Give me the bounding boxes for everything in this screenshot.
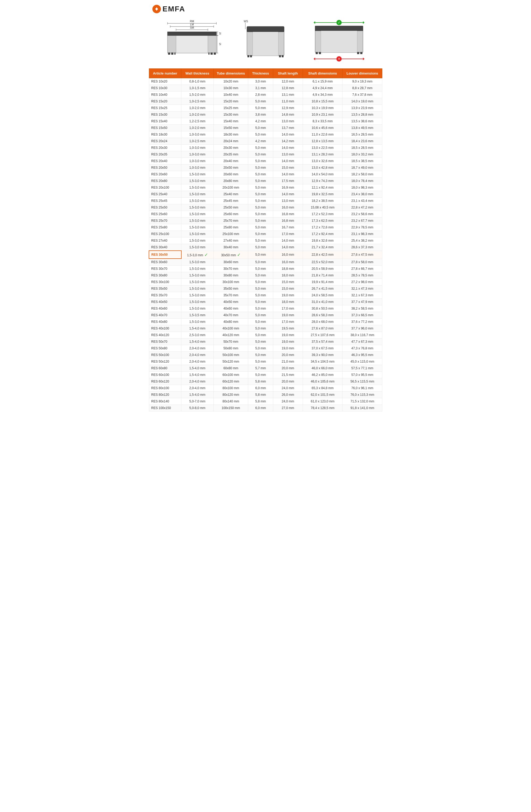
- col-header-wall: Wall thickness: [181, 69, 214, 78]
- cell-value: 5,0 mm: [248, 292, 273, 299]
- cell-wall-thickness: 1,5-4,0 mm: [181, 365, 214, 372]
- cell-tube-dim: 25x80 mm: [213, 224, 248, 231]
- cell-value: 4,2 mm: [248, 138, 273, 145]
- cell-article: RES 50x100: [149, 352, 181, 358]
- col-header-article: Article number: [149, 69, 181, 78]
- svg-rect-19: [208, 53, 209, 55]
- cell-tube-dim: 30x50 mm ✓: [213, 251, 248, 259]
- cell-tube-dim: 15x20 mm: [213, 98, 248, 105]
- svg-rect-52: [360, 52, 362, 54]
- cell-tube-dim: 27x40 mm: [213, 237, 248, 244]
- table-row: RES 10x401,5-2,0 mm10x40 mm2,8 mm13,1 mm…: [149, 91, 382, 98]
- cell-value: 5,0 mm: [248, 178, 273, 184]
- cell-value: 14,0 mm: [273, 158, 303, 164]
- cell-value: 16,7 mm: [273, 224, 303, 231]
- cell-wall-thickness: 2,0-4,0 mm: [181, 385, 214, 392]
- cell-article: RES 10x20: [149, 78, 181, 85]
- cell-value: 16,0 mm: [273, 251, 303, 259]
- cell-value: 5,0 mm: [248, 218, 273, 224]
- cell-value: 23,1 x 98,3 mm: [343, 231, 382, 237]
- cell-article: RES 40x50: [149, 299, 181, 305]
- cell-value: 15,0 mm: [273, 286, 303, 292]
- cell-article: RES 25x70: [149, 218, 181, 224]
- cell-tube-dim: 25x40 mm: [213, 191, 248, 198]
- cell-value: 23,2 x 67,7 mm: [343, 218, 382, 224]
- cell-article: RES 80x100: [149, 385, 181, 392]
- cell-article: RES 35x50: [149, 286, 181, 292]
- cell-wall-thickness: 1,5-3,0 mm: [181, 171, 214, 178]
- cell-value: 2,8 mm: [248, 91, 273, 98]
- cell-value: 5,0 mm: [248, 224, 273, 231]
- cell-value: 19,8 x 32,6 mm: [303, 237, 343, 244]
- cell-value: 20,0 mm: [273, 365, 303, 372]
- cell-value: 5,0 mm: [248, 231, 273, 237]
- cell-article: RES 80x140: [149, 398, 181, 405]
- diagram-front-view: WS: [242, 18, 289, 64]
- cell-value: 14,0 mm: [273, 244, 303, 251]
- cell-value: 19,0 mm: [273, 332, 303, 338]
- cell-value: 18,0 x 78,4 mm: [343, 178, 382, 184]
- cell-value: 5,0 mm: [248, 237, 273, 244]
- cell-article: RES 100x150: [149, 405, 181, 411]
- col-header-shaft-length: Shaft length: [273, 69, 303, 78]
- table-row: RES 15x501,0-2,0 mm15x50 mm5,0 mm13,7 mm…: [149, 125, 382, 131]
- cell-value: 37,0 x 67,5 mm: [303, 345, 343, 352]
- svg-rect-21: [214, 53, 216, 55]
- cell-value: 10,6 x 45,6 mm: [303, 125, 343, 131]
- diagram-correct-view: ✓ ✕: [310, 18, 368, 64]
- cell-value: 23,4 x 38,0 mm: [343, 191, 382, 198]
- cell-wall-thickness: 1,5-3,0 mm: [181, 299, 214, 305]
- cell-value: 18,5 x 38,5 mm: [343, 158, 382, 164]
- cell-value: 8,3 x 33,5 mm: [303, 118, 343, 125]
- cell-value: 38,2 x 58,5 mm: [343, 305, 382, 312]
- svg-text:SM: SM: [190, 26, 194, 29]
- cell-value: 38,0 x 116,7 mm: [343, 332, 382, 338]
- table-row: RES 25x1001,5-3,0 mm25x100 mm5,0 mm17,0 …: [149, 231, 382, 237]
- cell-value: 13,5 x 28,8 mm: [343, 112, 382, 118]
- cell-tube-dim: 20x30 mm: [213, 145, 248, 151]
- table-row: RES 30x701,5-3,0 mm30x70 mm5,0 mm18,8 mm…: [149, 265, 382, 272]
- svg-marker-41: [313, 21, 315, 24]
- cell-tube-dim: 40x50 mm: [213, 299, 248, 305]
- cell-tube-dim: 25x60 mm: [213, 211, 248, 218]
- cell-value: 4,9 x 34,3 mm: [303, 91, 343, 98]
- cell-value: 5,0 mm: [248, 198, 273, 204]
- cell-value: 5,0 mm: [248, 204, 273, 211]
- cell-article: RES 20x50: [149, 164, 181, 171]
- cell-article: RES 30x60: [149, 259, 181, 265]
- svg-marker-0: [155, 8, 158, 11]
- cell-tube-dim: 40x100 mm: [213, 325, 248, 332]
- cell-wall-thickness: 1,5-3,0 mm: [181, 279, 214, 286]
- cell-wall-thickness: 1,5-3,0 mm: [181, 224, 214, 231]
- cell-value: 17,3 x 62,5 mm: [303, 218, 343, 224]
- cell-value: 37,7 x 96,0 mm: [343, 325, 382, 332]
- cell-tube-dim: 30x70 mm: [213, 265, 248, 272]
- cell-value: 18,0 mm: [273, 272, 303, 279]
- cell-value: 18,8 mm: [273, 265, 303, 272]
- cell-value: 18,0 x 98,3 mm: [343, 184, 382, 191]
- cell-value: 18,2 x 38,5 mm: [303, 198, 343, 204]
- cell-wall-thickness: 1,0-2,5 mm: [181, 138, 214, 145]
- cell-value: 27,0 mm: [273, 405, 303, 411]
- cell-value: 5,0 mm: [248, 305, 273, 312]
- cell-value: 14,0 x 54,0 mm: [303, 171, 343, 178]
- cell-article: RES 30x70: [149, 265, 181, 272]
- table-row: RES 25x801,5-3,0 mm25x80 mm5,0 mm16,7 mm…: [149, 224, 382, 231]
- cell-value: 23,1 x 43,4 mm: [343, 198, 382, 204]
- cell-value: 46,0 x 105,6 mm: [303, 378, 343, 385]
- cell-value: 13,7 mm: [273, 125, 303, 131]
- cell-wall-thickness: 2,0-4,0 mm: [181, 358, 214, 365]
- cell-wall-thickness: 1,5-4,0 mm: [181, 392, 214, 398]
- cell-value: 22,9 x 78,5 mm: [343, 224, 382, 231]
- cell-value: 19,0 mm: [273, 292, 303, 299]
- cell-wall-thickness: 1,0-3,0 mm: [181, 145, 214, 151]
- cell-article: RES 20x24: [149, 138, 181, 145]
- cell-value: 17,0 mm: [273, 231, 303, 237]
- cell-value: 5,0 mm: [248, 319, 273, 325]
- cell-value: 5,0 mm: [248, 325, 273, 332]
- cell-wall-thickness: 1,0-2,0 mm: [181, 125, 214, 131]
- cell-value: 5,0 mm: [248, 312, 273, 319]
- cell-tube-dim: 25x45 mm: [213, 198, 248, 204]
- cell-value: 12,1 x 92,4 mm: [303, 184, 343, 191]
- cell-wall-thickness: 1,5-3,0 mm: [181, 231, 214, 237]
